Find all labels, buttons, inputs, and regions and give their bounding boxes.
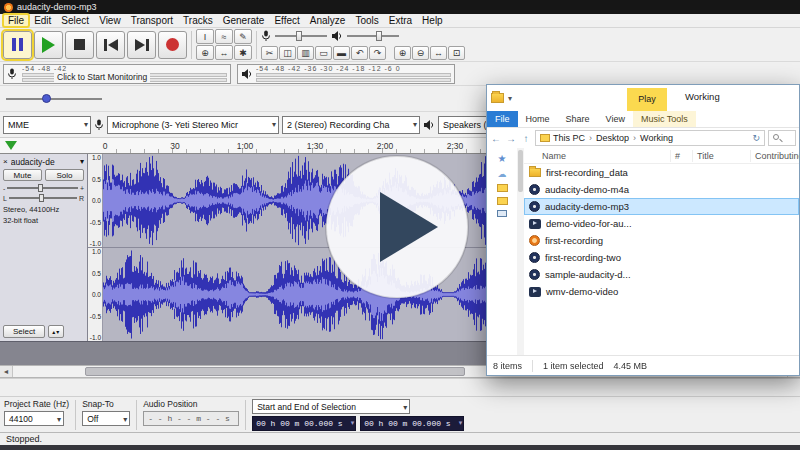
back-icon[interactable]: ← (490, 133, 502, 144)
project-rate-select[interactable]: 44100▾ (4, 411, 64, 426)
up-icon[interactable]: ↑ (520, 133, 532, 144)
file-row[interactable]: demo-video-for-au... (524, 215, 799, 232)
this-pc-icon[interactable] (497, 210, 507, 217)
menu-item[interactable]: Help (417, 14, 448, 27)
quick-access-icon[interactable]: ▾ (508, 94, 512, 103)
selection-start-field[interactable]: 00 h 00 m 00.000 s▾ (252, 416, 356, 431)
monitoring-hint[interactable]: Click to Start Monitoring (54, 72, 150, 82)
quick-access-star-icon[interactable]: ★ (487, 153, 517, 164)
pause-button[interactable] (3, 31, 32, 59)
scroll-left-icon[interactable]: ◄ (0, 366, 13, 377)
breadcrumb-item[interactable]: Working (640, 133, 673, 143)
column-header[interactable]: # (670, 150, 692, 162)
file-row[interactable]: audacity-demo-m4a (524, 181, 799, 198)
refresh-icon[interactable]: ↻ (752, 133, 760, 143)
forward-icon[interactable]: → (505, 133, 517, 144)
tool-button[interactable]: ✎ (234, 29, 252, 44)
zoom-button[interactable]: ⊡ (448, 46, 465, 60)
menu-item[interactable]: Generate (218, 14, 270, 27)
collapse-track-button[interactable]: ▴▾ (48, 325, 64, 338)
close-track-icon[interactable]: × (3, 157, 8, 166)
skip-to-start-button[interactable] (96, 31, 125, 59)
ribbon-tab[interactable]: Share (558, 111, 598, 127)
menu-item[interactable]: Transport (126, 14, 178, 27)
stop-button[interactable] (65, 31, 94, 59)
ribbon-tab[interactable]: Music Tools (633, 111, 696, 127)
record-button[interactable] (158, 31, 187, 59)
tool-button[interactable]: I (196, 29, 214, 44)
menu-item[interactable]: Edit (29, 14, 56, 27)
column-header[interactable]: Contributing (750, 150, 799, 162)
audio-host-select[interactable]: MME▾ (3, 116, 91, 134)
zoom-button[interactable]: ↔ (430, 46, 447, 60)
menu-item[interactable]: Select (56, 14, 94, 27)
ribbon-tab[interactable]: View (598, 111, 633, 127)
solo-button[interactable]: Solo (45, 169, 84, 181)
edit-button[interactable]: ✂ (261, 46, 278, 60)
scrollbar-thumb[interactable] (85, 367, 465, 376)
column-header[interactable]: Title (692, 150, 750, 162)
pan-slider[interactable]: L R (3, 193, 84, 203)
audio-position-field[interactable]: - - h - - m - - s (143, 411, 239, 426)
column-header[interactable]: Name (524, 150, 670, 162)
menu-item[interactable]: Analyze (305, 14, 351, 27)
file-row[interactable]: first-recording (524, 232, 799, 249)
tool-button[interactable]: ✱ (234, 45, 252, 60)
address-box[interactable]: This PCDesktopWorking ↻ (535, 130, 765, 146)
ribbon-tab[interactable]: File (487, 111, 518, 127)
playback-volume-slider[interactable] (347, 31, 399, 41)
file-row[interactable]: first-recording-two (524, 249, 799, 266)
play-button[interactable] (34, 31, 63, 59)
tool-button[interactable]: ↔ (215, 45, 233, 60)
tool-button[interactable]: ≈ (215, 29, 233, 44)
contextual-tab-group[interactable]: Play (627, 88, 667, 111)
recording-volume-slider[interactable] (275, 31, 327, 41)
search-box[interactable] (768, 130, 796, 146)
file-row[interactable]: audacity-demo-mp3 (524, 198, 799, 215)
onedrive-cloud-icon[interactable]: ☁ (487, 169, 517, 179)
menu-item[interactable]: Tools (350, 14, 383, 27)
ribbon-tab[interactable]: Home (518, 111, 558, 127)
zoom-button[interactable]: ⊕ (394, 46, 411, 60)
file-row[interactable]: wmv-demo-video (524, 283, 799, 300)
play-speed-slider[interactable] (6, 93, 102, 105)
breadcrumb-item[interactable]: Desktop (596, 133, 640, 143)
skip-to-end-button[interactable] (127, 31, 156, 59)
menu-item[interactable]: Extra (384, 14, 417, 27)
file-row[interactable]: sample-audacity-d... (524, 266, 799, 283)
tool-button[interactable]: ⊕ (196, 45, 214, 60)
gain-slider[interactable]: - + (3, 183, 84, 193)
tool-icon: ⊕ (201, 48, 209, 58)
edit-button[interactable]: ▥ (297, 46, 314, 60)
track-menu-icon[interactable]: ▾ (80, 157, 84, 166)
snap-to-select[interactable]: Off▾ (82, 411, 130, 426)
selection-end-field[interactable]: 00 h 00 m 00.000 s▾ (360, 416, 464, 431)
edit-button[interactable]: ◫ (279, 46, 296, 60)
recording-meter[interactable]: -54 -48 -42 Click to Start Monitoring (3, 64, 231, 84)
menu-item[interactable]: File (3, 14, 29, 27)
recording-device-select[interactable]: Microphone (3- Yeti Stereo Micr▾ (107, 116, 279, 134)
mute-button[interactable]: Mute (3, 169, 42, 181)
folder-icon[interactable] (497, 184, 508, 192)
menu-item[interactable]: View (94, 14, 126, 27)
edit-button[interactable]: ↷ (369, 46, 386, 60)
nav-pane-scrollbar[interactable] (517, 148, 524, 355)
selection-mode-select[interactable]: Start and End of Selection▾ (252, 399, 410, 414)
edit-button[interactable]: ▭ (315, 46, 332, 60)
video-play-overlay[interactable] (324, 154, 470, 300)
edit-button[interactable]: ▬ (333, 46, 350, 60)
zoom-button[interactable]: ⊖ (412, 46, 429, 60)
scrollbar-thumb[interactable] (518, 150, 523, 192)
recording-channels-select[interactable]: 2 (Stereo) Recording Cha▾ (282, 116, 420, 134)
track-name[interactable]: audacity-de (11, 157, 77, 167)
play-overlay-icon (324, 154, 470, 300)
file-row[interactable]: first-recording_data (524, 164, 799, 181)
menu-item[interactable]: Tracks (178, 14, 218, 27)
playhead-pin-icon[interactable] (5, 141, 17, 150)
select-track-button[interactable]: Select (3, 325, 45, 338)
breadcrumb-item[interactable]: This PC (553, 133, 596, 143)
menu-item[interactable]: Effect (269, 14, 304, 27)
edit-button[interactable]: ↶ (351, 46, 368, 60)
folder-icon[interactable] (497, 197, 508, 205)
playback-meter[interactable]: -54 -48 -42 -36 -30 -24 -18 -12 -6 0 (237, 64, 455, 84)
